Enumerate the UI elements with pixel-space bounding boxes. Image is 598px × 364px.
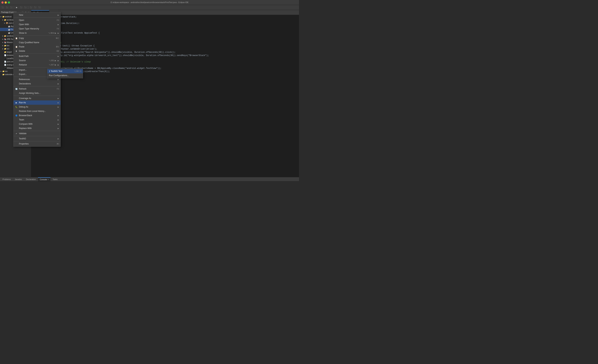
menu-separator	[14, 136, 60, 136]
toolbar-btn-5[interactable]: ⬛	[19, 6, 23, 9]
maximize-button[interactable]	[8, 1, 10, 4]
menu-arrow-open_with: ▶	[58, 24, 59, 25]
submenu-label-1_testng: 1 TestNG Test	[49, 70, 62, 73]
bottom-tab-close-console[interactable]: ×	[48, 179, 49, 180]
menu-item-browserstack[interactable]: 🔵 BrowserStack ▶	[14, 113, 60, 118]
menu-icon-validate: ✔	[15, 132, 18, 135]
menu-item-new[interactable]: New ▶	[14, 13, 60, 17]
menu-item-open_type_hierarchy[interactable]: Open Type Hierarchy F4	[14, 27, 60, 31]
toolbar-btn-2[interactable]: ⬛	[5, 6, 9, 9]
menu-arrow-new: ▶	[58, 14, 59, 16]
line-code: @Test	[41, 38, 299, 41]
menu-text-team: Team	[19, 118, 24, 121]
menu-icon-replace_with	[15, 127, 18, 130]
tree-arrow	[2, 67, 4, 69]
menu-item-properties[interactable]: Properties ⌘I	[14, 142, 60, 146]
tree-icon: 📄	[4, 60, 6, 63]
tree-icon: 📱	[4, 57, 6, 60]
editor-content[interactable]: 1 package com.browserstack; 3● import ja…	[31, 15, 299, 177]
menu-item-paste[interactable]: 📋 Paste ⌘V	[14, 45, 60, 49]
menu-icon-run_as: ▶	[15, 101, 18, 104]
menu-item-coverage_as[interactable]: Coverage As ▶	[14, 96, 60, 100]
bottom-tab-console[interactable]: Console ×	[38, 177, 50, 181]
menu-label-refactor: Refactor	[15, 63, 27, 66]
close-button[interactable]	[1, 1, 4, 4]
menu-label-copy_qualified: Copy Qualified Name	[15, 41, 39, 44]
menu-arrow-build_path: ▶	[58, 55, 59, 57]
menu-arrow-testng: ▶	[58, 138, 59, 140]
menu-label-declarations: Declarations	[15, 82, 31, 85]
toolbar-btn-1[interactable]: ⬛	[1, 6, 5, 9]
menu-shortcut-properties: ⌘I	[57, 143, 59, 145]
menu-text-open: Open	[19, 19, 24, 21]
bottom-tab-javadoc[interactable]: Javadoc	[13, 177, 24, 181]
menu-item-declarations[interactable]: Declarations ▶	[14, 82, 60, 86]
code-line: Run | Debug	[31, 41, 299, 45]
menu-arrow-refactor: ▶	[58, 64, 59, 66]
menu-item-run_as[interactable]: ▶ Run As ▶	[14, 100, 60, 105]
menu-item-show_in[interactable]: Show In ⌥⌘W ▶ ▶	[14, 31, 60, 35]
tree-icon: 📄	[4, 64, 6, 66]
menu-arrow-coverage_as: ▶	[58, 97, 59, 99]
line-code: import java.time.Duration;□	[41, 22, 299, 25]
menu-item-assign_working_sets[interactable]: Assign Working Sets...	[14, 91, 60, 95]
toolbar-btn-3[interactable]: ⬛	[9, 6, 13, 9]
menu-item-restore_local[interactable]: Restore from Local History...	[14, 109, 60, 113]
tree-icon: 📁	[2, 70, 5, 73]
line-code: sleep(5000); // Selenide's sleep	[41, 61, 299, 63]
menu-text-compare_with: Compare With	[19, 123, 33, 125]
menu-icon-restore_local	[15, 110, 18, 113]
menu-separator	[14, 17, 60, 18]
menu-text-copy_qualified: Copy Qualified Name	[19, 41, 39, 44]
tree-arrow	[2, 57, 4, 59]
menu-label-source: Source	[15, 59, 26, 62]
submenu-item-run_configurations[interactable]: Run Configurations...	[48, 73, 83, 78]
bottom-tab-problems[interactable]: Problems	[1, 177, 12, 181]
menu-item-build_path[interactable]: Build Path ▶	[14, 54, 60, 58]
toolbar-btn-9[interactable]: ⬛	[37, 6, 42, 9]
tree-arrow: ▶	[2, 48, 4, 50]
menu-item-open[interactable]: Open F3	[14, 18, 60, 22]
menu-item-copy_qualified[interactable]: Copy Qualified Name	[14, 40, 60, 45]
tree-label: pom.xml	[7, 60, 14, 63]
menu-item-delete[interactable]: 🗑 Delete ⌫	[14, 49, 60, 53]
menu-item-team[interactable]: Team ▶	[14, 118, 60, 122]
menu-item-open_with[interactable]: Open With ▶	[14, 22, 60, 27]
menu-item-source[interactable]: Source ⌥⌘S ▶ ▶	[14, 58, 60, 63]
submenu-item-1_testng[interactable]: 1 TestNG Test ⌥⌘X N	[48, 69, 83, 73]
menu-icon-compare_with	[15, 123, 18, 125]
menu-item-compare_with[interactable]: Compare With ▶	[14, 122, 60, 126]
minimize-button[interactable]	[5, 1, 7, 4]
code-line: 1 package com.browserstack;	[31, 16, 299, 19]
menu-item-refactor[interactable]: Refactor ⌥⌘T ▶ ▶	[14, 63, 60, 67]
toolbar-btn-6[interactable]: ⬛	[23, 6, 27, 9]
menu-item-testng[interactable]: TestNG ▶	[14, 136, 60, 141]
menu-item-debug_as[interactable]: 🐛 Debug As ▶	[14, 105, 60, 109]
menu-icon-refresh: 🔄	[15, 87, 18, 90]
menu-label-open_with: Open With	[15, 23, 29, 26]
menu-text-browserstack: BrowserStack	[19, 114, 32, 117]
menu-icon-open_with	[15, 23, 18, 26]
toolbar-separator-2	[28, 6, 28, 9]
line-code: Run All	[41, 29, 299, 31]
run-as-submenu: 1 TestNG Test ⌥⌘X N Run Configurations..…	[47, 68, 83, 78]
menu-item-refresh[interactable]: 🔄 Refresh F5	[14, 87, 60, 91]
menu-icon-testng	[15, 137, 18, 140]
code-line	[31, 35, 299, 38]
tree-arrow	[0, 73, 2, 75]
menu-shortcut-open_type_hierarchy: F4	[57, 28, 59, 30]
menu-text-restore_local: Restore from Local History...	[19, 110, 46, 112]
toolbar-btn-4[interactable]: ▶	[15, 6, 19, 9]
toolbar-btn-7[interactable]: ⬛	[29, 6, 33, 9]
menu-text-coverage_as: Coverage As	[19, 97, 31, 99]
menu-item-validate[interactable]: ✔ Validate	[14, 131, 60, 136]
toolbar-btn-8[interactable]: ⬛	[33, 6, 37, 9]
menu-icon-assign_working_sets	[15, 92, 18, 95]
menu-icon-coverage_as	[15, 97, 18, 100]
bottom-tab-declaration[interactable]: Declaration	[24, 177, 38, 181]
menu-shortcut-source: ⌥⌘S ▶	[49, 59, 56, 62]
menu-item-copy[interactable]: 📋 Copy ⌘C	[14, 36, 60, 40]
menu-item-replace_with[interactable]: Replace With ▶	[14, 126, 60, 131]
menu-label-browserstack: 🔵 BrowserStack	[15, 114, 32, 117]
bottom-tab-tasks[interactable]: Tasks	[51, 177, 59, 181]
